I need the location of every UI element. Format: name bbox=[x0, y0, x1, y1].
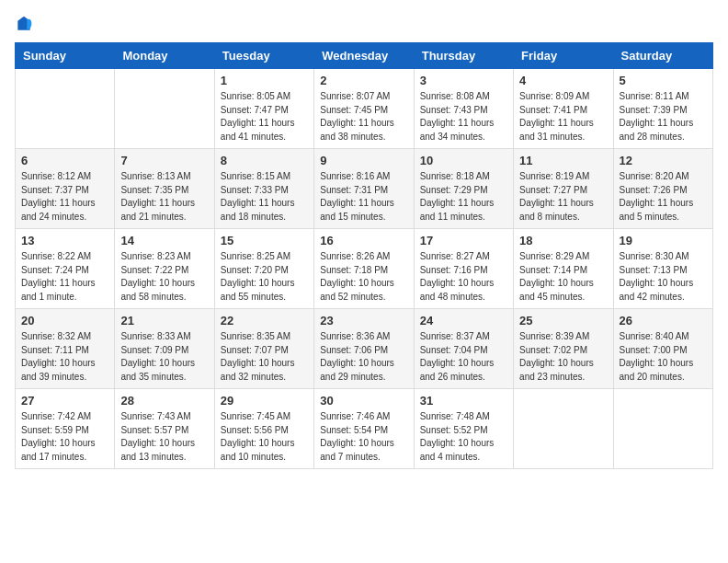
cell-content: Sunrise: 8:20 AMSunset: 7:26 PMDaylight:… bbox=[620, 170, 707, 224]
cell-content: Sunrise: 7:43 AMSunset: 5:57 PMDaylight:… bbox=[120, 410, 208, 464]
day-number: 11 bbox=[519, 154, 607, 167]
day-number: 25 bbox=[519, 314, 607, 327]
day-number: 24 bbox=[420, 314, 507, 327]
calendar-cell: 8Sunrise: 8:15 AMSunset: 7:33 PMDaylight… bbox=[214, 149, 313, 229]
cell-content: Sunrise: 8:15 AMSunset: 7:33 PMDaylight:… bbox=[221, 170, 308, 224]
calendar-cell: 30Sunrise: 7:46 AMSunset: 5:54 PMDayligh… bbox=[314, 389, 414, 469]
day-number: 16 bbox=[320, 234, 407, 247]
day-number: 28 bbox=[120, 394, 208, 408]
cell-content: Sunrise: 8:29 AMSunset: 7:14 PMDaylight:… bbox=[519, 250, 607, 304]
weekday-header-row: SundayMondayTuesdayWednesdayThursdayFrid… bbox=[16, 43, 713, 69]
calendar: SundayMondayTuesdayWednesdayThursdayFrid… bbox=[15, 42, 713, 469]
calendar-cell: 18Sunrise: 8:29 AMSunset: 7:14 PMDayligh… bbox=[514, 229, 613, 309]
calendar-cell: 4Sunrise: 8:09 AMSunset: 7:41 PMDaylight… bbox=[514, 69, 613, 149]
weekday-header-saturday: Saturday bbox=[613, 43, 712, 69]
cell-content: Sunrise: 8:16 AMSunset: 7:31 PMDaylight:… bbox=[320, 170, 407, 224]
calendar-cell: 23Sunrise: 8:36 AMSunset: 7:06 PMDayligh… bbox=[314, 309, 414, 389]
day-number: 14 bbox=[120, 234, 208, 247]
calendar-cell: 16Sunrise: 8:26 AMSunset: 7:18 PMDayligh… bbox=[314, 229, 414, 309]
cell-content: Sunrise: 8:40 AMSunset: 7:00 PMDaylight:… bbox=[620, 330, 707, 384]
calendar-cell: 6Sunrise: 8:12 AMSunset: 7:37 PMDaylight… bbox=[16, 149, 115, 229]
calendar-cell: 1Sunrise: 8:05 AMSunset: 7:47 PMDaylight… bbox=[214, 69, 313, 149]
calendar-cell: 20Sunrise: 8:32 AMSunset: 7:11 PMDayligh… bbox=[16, 309, 115, 389]
calendar-cell: 11Sunrise: 8:19 AMSunset: 7:27 PMDayligh… bbox=[514, 149, 613, 229]
day-number: 4 bbox=[519, 74, 607, 87]
calendar-cell bbox=[514, 389, 613, 469]
cell-content: Sunrise: 7:42 AMSunset: 5:59 PMDaylight:… bbox=[21, 410, 108, 464]
weekday-header-sunday: Sunday bbox=[16, 43, 115, 69]
calendar-cell: 7Sunrise: 8:13 AMSunset: 7:35 PMDaylight… bbox=[115, 149, 214, 229]
cell-content: Sunrise: 8:26 AMSunset: 7:18 PMDaylight:… bbox=[320, 250, 407, 304]
calendar-cell: 29Sunrise: 7:45 AMSunset: 5:56 PMDayligh… bbox=[214, 389, 313, 469]
calendar-cell bbox=[16, 69, 115, 149]
cell-content: Sunrise: 8:23 AMSunset: 7:22 PMDaylight:… bbox=[120, 250, 208, 304]
day-number: 19 bbox=[620, 234, 707, 247]
cell-content: Sunrise: 8:11 AMSunset: 7:39 PMDaylight:… bbox=[620, 90, 707, 144]
cell-content: Sunrise: 8:05 AMSunset: 7:47 PMDaylight:… bbox=[221, 90, 308, 144]
day-number: 6 bbox=[21, 154, 108, 167]
week-row-3: 13Sunrise: 8:22 AMSunset: 7:24 PMDayligh… bbox=[16, 229, 713, 309]
day-number: 31 bbox=[420, 394, 507, 408]
cell-content: Sunrise: 8:32 AMSunset: 7:11 PMDaylight:… bbox=[21, 330, 108, 384]
day-number: 1 bbox=[221, 74, 308, 87]
day-number: 10 bbox=[420, 154, 507, 167]
day-number: 26 bbox=[620, 314, 707, 327]
day-number: 8 bbox=[221, 154, 308, 167]
cell-content: Sunrise: 8:37 AMSunset: 7:04 PMDaylight:… bbox=[420, 330, 507, 384]
cell-content: Sunrise: 8:08 AMSunset: 7:43 PMDaylight:… bbox=[420, 90, 507, 144]
calendar-cell bbox=[613, 389, 712, 469]
day-number: 3 bbox=[420, 74, 507, 87]
calendar-cell: 5Sunrise: 8:11 AMSunset: 7:39 PMDaylight… bbox=[613, 69, 712, 149]
weekday-header-friday: Friday bbox=[514, 43, 613, 69]
day-number: 7 bbox=[120, 154, 208, 167]
cell-content: Sunrise: 8:12 AMSunset: 7:37 PMDaylight:… bbox=[21, 170, 108, 224]
calendar-cell: 27Sunrise: 7:42 AMSunset: 5:59 PMDayligh… bbox=[16, 389, 115, 469]
cell-content: Sunrise: 8:07 AMSunset: 7:45 PMDaylight:… bbox=[320, 90, 407, 144]
day-number: 29 bbox=[221, 394, 308, 408]
cell-content: Sunrise: 8:18 AMSunset: 7:29 PMDaylight:… bbox=[420, 170, 507, 224]
cell-content: Sunrise: 7:45 AMSunset: 5:56 PMDaylight:… bbox=[221, 410, 308, 464]
day-number: 23 bbox=[320, 314, 407, 327]
cell-content: Sunrise: 8:27 AMSunset: 7:16 PMDaylight:… bbox=[420, 250, 507, 304]
weekday-header-wednesday: Wednesday bbox=[314, 43, 414, 69]
cell-content: Sunrise: 8:39 AMSunset: 7:02 PMDaylight:… bbox=[519, 330, 607, 384]
calendar-cell: 10Sunrise: 8:18 AMSunset: 7:29 PMDayligh… bbox=[414, 149, 513, 229]
header bbox=[15, 15, 713, 33]
day-number: 20 bbox=[21, 314, 108, 327]
day-number: 9 bbox=[320, 154, 407, 167]
calendar-cell: 3Sunrise: 8:08 AMSunset: 7:43 PMDaylight… bbox=[414, 69, 513, 149]
calendar-cell: 21Sunrise: 8:33 AMSunset: 7:09 PMDayligh… bbox=[115, 309, 214, 389]
calendar-cell: 12Sunrise: 8:20 AMSunset: 7:26 PMDayligh… bbox=[613, 149, 712, 229]
week-row-2: 6Sunrise: 8:12 AMSunset: 7:37 PMDaylight… bbox=[16, 149, 713, 229]
calendar-cell: 22Sunrise: 8:35 AMSunset: 7:07 PMDayligh… bbox=[214, 309, 313, 389]
cell-content: Sunrise: 8:25 AMSunset: 7:20 PMDaylight:… bbox=[221, 250, 308, 304]
logo bbox=[15, 15, 37, 33]
calendar-cell: 25Sunrise: 8:39 AMSunset: 7:02 PMDayligh… bbox=[514, 309, 613, 389]
calendar-cell: 28Sunrise: 7:43 AMSunset: 5:57 PMDayligh… bbox=[115, 389, 214, 469]
week-row-1: 1Sunrise: 8:05 AMSunset: 7:47 PMDaylight… bbox=[16, 69, 713, 149]
day-number: 5 bbox=[620, 74, 707, 87]
calendar-cell: 31Sunrise: 7:48 AMSunset: 5:52 PMDayligh… bbox=[414, 389, 513, 469]
day-number: 13 bbox=[21, 234, 108, 247]
day-number: 12 bbox=[620, 154, 707, 167]
cell-content: Sunrise: 8:22 AMSunset: 7:24 PMDaylight:… bbox=[21, 250, 108, 304]
calendar-cell: 9Sunrise: 8:16 AMSunset: 7:31 PMDaylight… bbox=[314, 149, 414, 229]
calendar-cell: 24Sunrise: 8:37 AMSunset: 7:04 PMDayligh… bbox=[414, 309, 513, 389]
day-number: 17 bbox=[420, 234, 507, 247]
day-number: 2 bbox=[320, 74, 407, 87]
day-number: 18 bbox=[519, 234, 607, 247]
calendar-cell: 13Sunrise: 8:22 AMSunset: 7:24 PMDayligh… bbox=[16, 229, 115, 309]
cell-content: Sunrise: 8:13 AMSunset: 7:35 PMDaylight:… bbox=[120, 170, 208, 224]
weekday-header-monday: Monday bbox=[115, 43, 214, 69]
cell-content: Sunrise: 8:36 AMSunset: 7:06 PMDaylight:… bbox=[320, 330, 407, 384]
day-number: 15 bbox=[221, 234, 308, 247]
cell-content: Sunrise: 7:46 AMSunset: 5:54 PMDaylight:… bbox=[320, 410, 407, 464]
week-row-4: 20Sunrise: 8:32 AMSunset: 7:11 PMDayligh… bbox=[16, 309, 713, 389]
week-row-5: 27Sunrise: 7:42 AMSunset: 5:59 PMDayligh… bbox=[16, 389, 713, 469]
cell-content: Sunrise: 7:48 AMSunset: 5:52 PMDaylight:… bbox=[420, 410, 507, 464]
logo-icon bbox=[15, 15, 33, 33]
cell-content: Sunrise: 8:35 AMSunset: 7:07 PMDaylight:… bbox=[221, 330, 308, 384]
cell-content: Sunrise: 8:19 AMSunset: 7:27 PMDaylight:… bbox=[519, 170, 607, 224]
calendar-cell: 19Sunrise: 8:30 AMSunset: 7:13 PMDayligh… bbox=[613, 229, 712, 309]
day-number: 21 bbox=[120, 314, 208, 327]
